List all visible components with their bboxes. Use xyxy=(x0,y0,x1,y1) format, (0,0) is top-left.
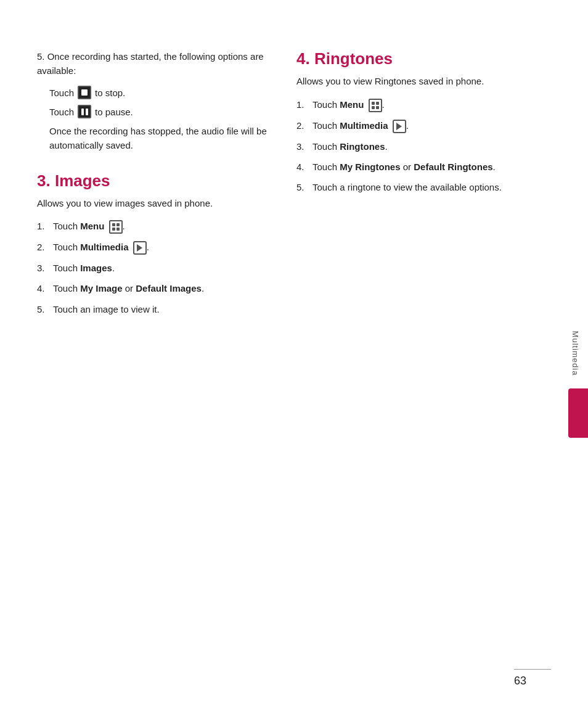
default-ringtones-bold: Default Ringtones xyxy=(414,162,492,172)
my-image-bold: My Image xyxy=(80,283,122,293)
images-bold: Images xyxy=(80,263,112,273)
ringtones-step-1: 1. Touch Menu . xyxy=(296,97,531,112)
r-menu-bold-1: Menu xyxy=(340,99,364,110)
ringtones-bold: Ringtones xyxy=(340,141,385,152)
r-step-text-3: Touch Ringtones. xyxy=(312,139,531,154)
stop-icon-inner xyxy=(81,89,88,96)
recording-note: Once the recording has stopped, the audi… xyxy=(37,124,272,153)
pause-bar-2 xyxy=(86,109,88,115)
r-step-num-4: 4. xyxy=(296,160,310,174)
multimedia-icon-box-1 xyxy=(133,241,147,255)
step-num-2: 2. xyxy=(37,240,51,255)
touch-stop-text: to stop. xyxy=(95,86,125,100)
r-multimedia-bold: Multimedia xyxy=(340,120,388,131)
images-step-4: 4. Touch My Image or Default Images. xyxy=(37,281,272,295)
page-number: 63 xyxy=(514,675,526,687)
ringtones-section-intro: Allows you to view Ringtones saved in ph… xyxy=(296,75,531,89)
menu-bold-1: Menu xyxy=(80,221,104,231)
step-text-4: Touch My Image or Default Images. xyxy=(53,281,272,295)
touch-pause-row: Touch to pause. xyxy=(37,105,272,119)
stop-icon xyxy=(78,86,91,99)
r-multimedia-icon-box-1 xyxy=(393,120,406,133)
r-step-text-5: Touch a ringtone to view the available o… xyxy=(312,180,531,194)
step-text-3: Touch Images. xyxy=(53,261,272,275)
ringtones-section: 4. Ringtones Allows you to view Ringtone… xyxy=(296,49,531,194)
main-content: 5. Once recording has started, the follo… xyxy=(0,0,562,706)
step-num-1: 1. xyxy=(37,219,51,234)
ringtones-step-3: 3. Touch Ringtones. xyxy=(296,139,531,154)
r-step-num-5: 5. xyxy=(296,180,310,194)
touch-label-stop: Touch xyxy=(49,86,74,100)
sidebar-right: Multimedia xyxy=(562,0,588,706)
multimedia-icon-1 xyxy=(133,241,147,255)
recording-step5-text: 5. Once recording has started, the follo… xyxy=(37,49,272,78)
r-multimedia-icon-1 xyxy=(393,120,406,133)
default-images-bold: Default Images xyxy=(136,283,202,293)
touch-stop-row: Touch to stop. xyxy=(37,86,272,100)
images-step-1: 1. Touch Menu . xyxy=(37,219,272,234)
images-step-3: 3. Touch Images. xyxy=(37,261,272,275)
ringtones-step-4: 4. Touch My Ringtones or Default Rington… xyxy=(296,160,531,174)
right-column: 4. Ringtones Allows you to view Ringtone… xyxy=(296,49,531,675)
step-text-2: Touch Multimedia . xyxy=(53,240,272,255)
sidebar-tab xyxy=(568,388,588,438)
r-step-text-4: Touch My Ringtones or Default Ringtones. xyxy=(312,160,531,174)
r-menu-icon-box-1 xyxy=(369,99,382,112)
r-step-text-1: Touch Menu . xyxy=(312,97,531,112)
menu-icon-box-1 xyxy=(109,220,123,234)
step-text-5: Touch an image to view it. xyxy=(53,302,272,316)
images-step-5: 5. Touch an image to view it. xyxy=(37,302,272,316)
step-num-5: 5. xyxy=(37,302,51,316)
ringtones-section-title: 4. Ringtones xyxy=(296,49,531,68)
touch-pause-text: to pause. xyxy=(95,105,133,119)
r-step-num-1: 1. xyxy=(296,97,310,112)
images-section-intro: Allows you to view images saved in phone… xyxy=(37,197,272,211)
pause-icon xyxy=(78,105,91,118)
recording-section: 5. Once recording has started, the follo… xyxy=(37,49,272,153)
touch-label-pause: Touch xyxy=(49,105,74,119)
ringtones-step-5: 5. Touch a ringtone to view the availabl… xyxy=(296,180,531,194)
pause-bar-1 xyxy=(81,109,84,115)
left-column: 5. Once recording has started, the follo… xyxy=(37,49,272,675)
step-num-3: 3. xyxy=(37,261,51,275)
r-step-num-2: 2. xyxy=(296,118,310,133)
sidebar-label: Multimedia xyxy=(571,330,580,376)
r-step-text-2: Touch Multimedia . xyxy=(312,118,531,133)
my-ringtones-bold: My Ringtones xyxy=(340,162,400,172)
r-menu-icon-1 xyxy=(369,99,382,112)
r-step-num-3: 3. xyxy=(296,139,310,154)
page-number-line xyxy=(514,669,551,670)
step-num-4: 4. xyxy=(37,281,51,295)
menu-icon-1 xyxy=(109,220,123,234)
images-step-2: 2. Touch Multimedia . xyxy=(37,240,272,255)
step-text-1: Touch Menu . xyxy=(53,219,272,234)
images-section: 3. Images Allows you to view images save… xyxy=(37,171,272,316)
page-container: 5. Once recording has started, the follo… xyxy=(0,0,588,706)
ringtones-step-2: 2. Touch Multimedia . xyxy=(296,118,531,133)
multimedia-bold-1: Multimedia xyxy=(80,242,128,252)
page-number-area: 63 xyxy=(514,669,551,688)
images-section-title: 3. Images xyxy=(37,171,272,191)
